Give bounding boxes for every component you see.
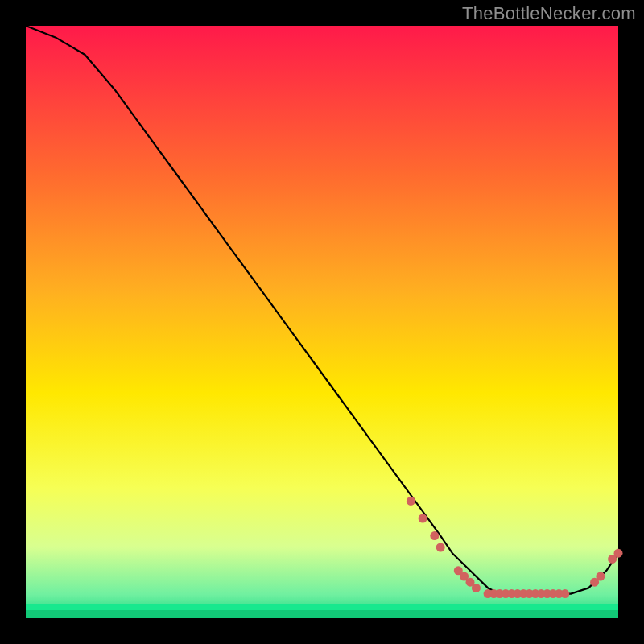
- svg-rect-1: [26, 26, 618, 618]
- chart-container: { "watermark": "TheBottleNecker.com", "p…: [0, 0, 644, 644]
- bottleneck-chart: [0, 0, 644, 644]
- data-point: [560, 589, 569, 598]
- data-point: [436, 543, 445, 552]
- svg-rect-3: [26, 610, 618, 618]
- watermark-text: TheBottleNecker.com: [462, 3, 636, 24]
- data-point: [419, 514, 427, 523]
- data-point: [596, 572, 605, 581]
- data-point: [407, 497, 415, 506]
- data-point: [614, 549, 623, 558]
- svg-rect-2: [26, 604, 618, 610]
- data-point: [430, 531, 439, 540]
- data-point: [472, 584, 481, 592]
